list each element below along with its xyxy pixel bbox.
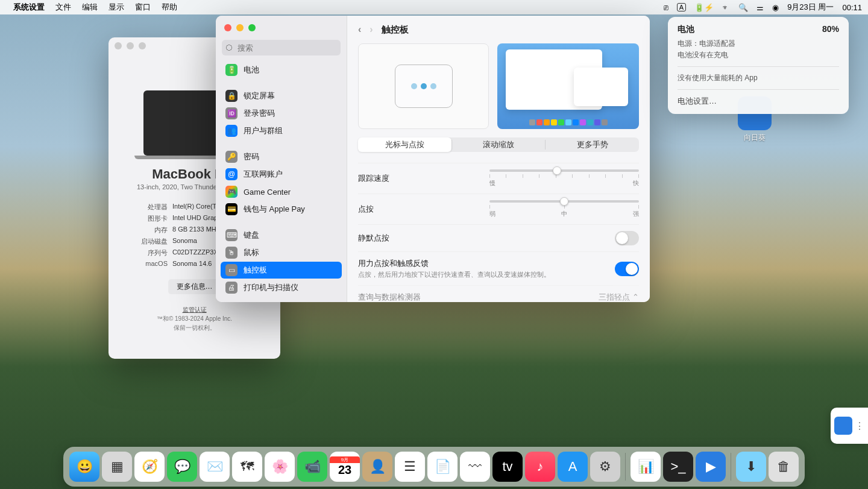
dock-appstore[interactable]: A: [558, 452, 588, 482]
about-close-button[interactable]: [115, 42, 122, 49]
input-source-icon[interactable]: A: [677, 3, 686, 11]
sidebar-item-钱包与 Apple Pay[interactable]: 💳钱包与 Apple Pay: [221, 201, 342, 218]
battery-icon[interactable]: 🔋⚡: [694, 3, 714, 12]
tab-more-gestures[interactable]: 更多手势: [546, 137, 639, 152]
dock-maps[interactable]: 🗺: [232, 452, 262, 482]
sidebar-icon: 🔋: [225, 64, 237, 76]
lookup-value[interactable]: 三指轻点 ⌃: [599, 292, 639, 302]
dock-mail[interactable]: ✉️: [200, 452, 230, 482]
dock-facetime[interactable]: 📹: [297, 452, 327, 482]
sidebar-label: 打印机与扫描仪: [244, 282, 298, 293]
siri-icon[interactable]: ◉: [772, 3, 779, 12]
about-minimize-button[interactable]: [127, 42, 134, 49]
sidebar-item-电池[interactable]: 🔋电池: [221, 62, 342, 78]
dock-reminders[interactable]: ☰: [395, 452, 425, 482]
wifi-icon[interactable]: ᯤ: [722, 3, 730, 12]
widget-app-icon: [834, 417, 852, 435]
battery-no-heavy-apps: 没有使用大量能耗的 App: [678, 73, 839, 83]
menu-help[interactable]: 帮助: [162, 2, 177, 13]
tab-point-click[interactable]: 光标与点按: [358, 137, 451, 152]
dock-calendar[interactable]: 9月23: [330, 452, 360, 482]
sidebar-icon: 🖨: [225, 282, 237, 294]
sidebar-icon: 💳: [225, 203, 237, 215]
tracking-speed-slider[interactable]: [489, 169, 639, 172]
tab-control[interactable]: 光标与点按 滚动缩放 更多手势: [358, 137, 639, 152]
sidebar-label: 互联网账户: [244, 169, 283, 180]
force-click-toggle[interactable]: [615, 262, 639, 276]
sidebar-item-用户与群组[interactable]: 👥用户与群组: [221, 122, 342, 139]
menu-file[interactable]: 文件: [55, 2, 71, 13]
sidebar-item-打印机与扫描仪[interactable]: 🖨打印机与扫描仪: [221, 279, 342, 296]
side-widget[interactable]: ⋮: [831, 408, 868, 444]
dock-tv[interactable]: tv: [492, 452, 523, 482]
control-center-icon[interactable]: ⚌: [756, 3, 764, 12]
spotlight-icon[interactable]: 🔍: [738, 3, 748, 12]
sidebar-item-锁定屏幕[interactable]: 🔒锁定屏幕: [221, 87, 342, 104]
about-zoom-button[interactable]: [139, 42, 146, 49]
forward-button[interactable]: ›: [370, 24, 373, 35]
sidebar-item-登录密码[interactable]: 🆔登录密码: [221, 105, 342, 122]
sidebar-label: Game Center: [244, 188, 291, 197]
sidebar-icon: ▭: [225, 264, 237, 276]
copyright-text: ™和© 1983-2024 Apple Inc.: [157, 315, 232, 322]
dock-music[interactable]: ♪: [525, 452, 555, 482]
dock-notes[interactable]: 📄: [427, 452, 458, 482]
zoom-button[interactable]: [248, 24, 256, 31]
menu-window[interactable]: 窗口: [135, 2, 151, 13]
dock-messages[interactable]: 💬: [167, 452, 197, 482]
more-info-button[interactable]: 更多信息…: [168, 279, 221, 294]
dock-launchpad[interactable]: ▦: [102, 452, 132, 482]
dock-downloads[interactable]: ⬇: [736, 452, 766, 482]
menu-edit[interactable]: 编辑: [82, 2, 98, 13]
sidebar-item-互联网账户[interactable]: @互联网账户: [221, 166, 342, 183]
system-settings-window: 🔋电池🔒锁定屏幕🆔登录密码👥用户与群组🔑密码@互联网账户🎮Game Center…: [216, 16, 650, 302]
lookup-label: 查询与数据检测器: [358, 292, 421, 302]
menubar: 系统设置 文件 编辑 显示 窗口 帮助 ⎚ A 🔋⚡ ᯤ 🔍 ⚌ ◉ 9月23日…: [0, 0, 868, 14]
sidebar-item-密码[interactable]: 🔑密码: [221, 148, 342, 165]
widget-menu-icon[interactable]: ⋮: [855, 420, 864, 432]
rights-text: 保留一切权利。: [174, 324, 216, 331]
desktop-icon-label: 向日葵: [735, 133, 774, 143]
close-button[interactable]: [224, 24, 231, 31]
dock-safari[interactable]: 🧭: [134, 452, 165, 482]
sidebar-icon: 🎮: [225, 186, 237, 198]
force-click-label: 用力点按和触感反馈: [358, 258, 550, 269]
trackpad-preview: [358, 43, 489, 129]
regulatory-link[interactable]: 监管认证: [183, 306, 207, 313]
dock-sunflower[interactable]: ▶: [696, 452, 726, 482]
dock-photos[interactable]: 🌸: [265, 452, 295, 482]
sidebar-item-触控板[interactable]: ▭触控板: [221, 262, 342, 279]
dock-finder[interactable]: 😀: [69, 452, 99, 482]
sidebar-icon: 🔒: [225, 90, 237, 102]
screen-mirror-icon[interactable]: ⎚: [664, 3, 668, 12]
sidebar-list[interactable]: 🔋电池🔒锁定屏幕🆔登录密码👥用户与群组🔑密码@互联网账户🎮Game Center…: [216, 62, 347, 302]
dock-freeform[interactable]: 〰: [460, 452, 490, 482]
sidebar-label: 鼠标: [244, 247, 259, 258]
dock-terminal[interactable]: >_: [663, 452, 693, 482]
sidebar-icon: 🆔: [225, 107, 237, 119]
battery-popover: 电池 80% 电源：电源适配器 电池没有在充电 没有使用大量能耗的 App 电池…: [668, 17, 849, 114]
sidebar-label: 钱包与 Apple Pay: [244, 204, 305, 215]
menubar-time[interactable]: 00:11: [842, 3, 862, 12]
menu-view[interactable]: 显示: [108, 2, 124, 13]
silent-click-toggle[interactable]: [615, 231, 639, 245]
tab-scroll-zoom[interactable]: 滚动缩放: [452, 137, 546, 152]
settings-sidebar: 🔋电池🔒锁定屏幕🆔登录密码👥用户与群组🔑密码@互联网账户🎮Game Center…: [216, 16, 347, 302]
dock-activity[interactable]: 📊: [631, 452, 661, 482]
search-input[interactable]: [222, 40, 341, 55]
battery-settings-link[interactable]: 电池设置…: [678, 96, 839, 107]
sidebar-item-鼠标[interactable]: 🖱鼠标: [221, 244, 342, 261]
sidebar-item-键盘[interactable]: ⌨键盘: [221, 227, 342, 244]
app-menu[interactable]: 系统设置: [13, 2, 45, 13]
back-button[interactable]: ‹: [358, 24, 361, 35]
dock-trash[interactable]: 🗑: [769, 452, 799, 482]
menubar-date[interactable]: 9月23日 周一: [787, 2, 834, 13]
sidebar-item-Game Center[interactable]: 🎮Game Center: [221, 183, 342, 200]
sidebar-icon: 🔑: [225, 151, 237, 163]
sidebar-label: 电池: [244, 65, 259, 75]
click-slider[interactable]: [489, 200, 639, 203]
minimize-button[interactable]: [236, 24, 244, 31]
dock-contacts[interactable]: 👤: [362, 452, 392, 482]
tracking-speed-label: 跟踪速度: [358, 173, 389, 184]
dock-settings[interactable]: ⚙: [590, 452, 620, 482]
